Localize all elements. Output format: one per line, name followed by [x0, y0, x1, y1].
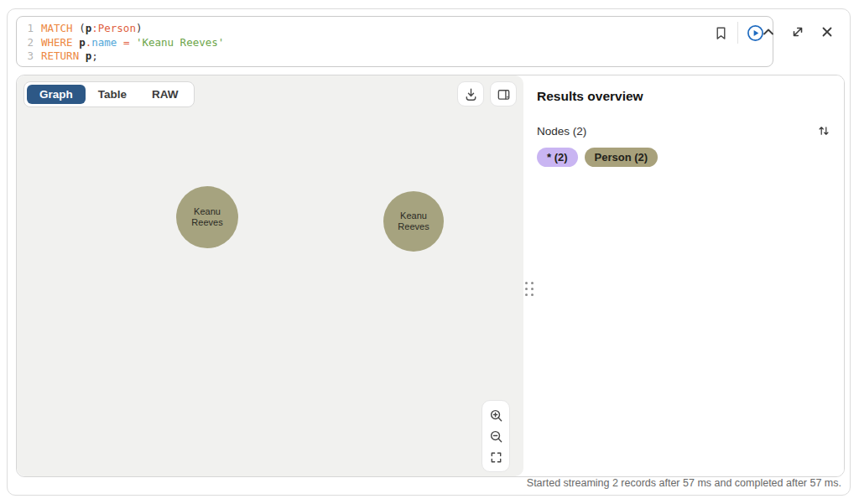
graph-node[interactable]: Keanu Reeves — [383, 191, 444, 252]
code-token: MATCH — [41, 22, 73, 34]
expand-icon[interactable] — [789, 23, 807, 41]
code-token: RETURN — [41, 49, 79, 62]
graph-visualization-panel[interactable]: GraphTableRAW Keanu Reeves — [17, 75, 523, 476]
label-pill[interactable]: * (2) — [537, 148, 578, 167]
code-token — [129, 36, 136, 49]
line-number: 2 — [23, 36, 34, 50]
line-tokens: RETURN p; — [41, 49, 98, 64]
label-pill[interactable]: Person (2) — [585, 148, 659, 167]
download-icon[interactable] — [457, 81, 484, 107]
zoom-to-fit-icon[interactable] — [488, 450, 503, 464]
label-pill-row: * (2)Person (2) — [537, 148, 830, 167]
status-text: Started streaming 2 records after 57 ms … — [527, 477, 841, 489]
results-overview-panel: Results overview Nodes (2) * (2)Person (… — [523, 75, 844, 476]
tab-table[interactable]: Table — [86, 85, 139, 104]
bookmark-icon[interactable] — [711, 23, 730, 42]
code-token: ( — [73, 22, 86, 34]
line-number: 1 — [23, 22, 34, 36]
graph-node-label: Keanu Reeves — [185, 206, 229, 228]
side-panel-icon[interactable] — [490, 81, 517, 107]
query-result-frame: 1 MATCH (p:Person) 2 WHERE p.name = 'Kea… — [7, 8, 851, 496]
tab-graph[interactable]: Graph — [27, 85, 86, 104]
code-editor-area[interactable]: 1 MATCH (p:Person) 2 WHERE p.name = 'Kea… — [17, 17, 711, 66]
code-token: WHERE — [41, 36, 73, 49]
line-number: 3 — [23, 49, 34, 64]
frame-controls — [759, 23, 836, 41]
code-token: 'Keanu Reeves' — [136, 36, 224, 49]
graph-node[interactable]: Keanu Reeves — [176, 186, 238, 248]
code-line[interactable]: 1 MATCH (p:Person) — [23, 22, 711, 36]
zoom-in-icon[interactable] — [488, 408, 503, 422]
zoom-controls — [482, 400, 510, 472]
tab-raw[interactable]: RAW — [139, 85, 191, 104]
code-line[interactable]: 3 RETURN p; — [23, 49, 711, 64]
code-token: ) — [136, 22, 143, 34]
code-token: p — [79, 36, 86, 49]
line-tokens: MATCH (p:Person) — [41, 22, 142, 36]
view-tabs: GraphTableRAW — [23, 81, 195, 107]
sort-icon[interactable] — [817, 124, 830, 138]
zoom-out-icon[interactable] — [488, 429, 503, 443]
nodes-header-row: Nodes (2) — [537, 124, 830, 138]
code-token: :Person — [91, 22, 136, 34]
code-token: name — [91, 36, 117, 49]
close-icon[interactable] — [818, 23, 836, 41]
divider — [737, 22, 738, 44]
code-token — [79, 49, 86, 62]
query-editor: 1 MATCH (p:Person) 2 WHERE p.name = 'Kea… — [16, 16, 773, 67]
chevron-up-icon[interactable] — [759, 23, 778, 41]
code-token — [117, 36, 123, 49]
nodes-count-label: Nodes (2) — [537, 125, 586, 138]
graph-actions — [457, 81, 517, 107]
panel-resize-handle[interactable] — [525, 282, 534, 296]
line-tokens: WHERE p.name = 'Keanu Reeves' — [41, 36, 224, 50]
code-token: ; — [91, 49, 98, 62]
results-card: GraphTableRAW Keanu Reeves — [16, 75, 845, 477]
code-line[interactable]: 2 WHERE p.name = 'Keanu Reeves' — [23, 36, 711, 50]
results-overview-title: Results overview — [537, 89, 830, 104]
graph-node-label: Keanu Reeves — [392, 210, 435, 232]
